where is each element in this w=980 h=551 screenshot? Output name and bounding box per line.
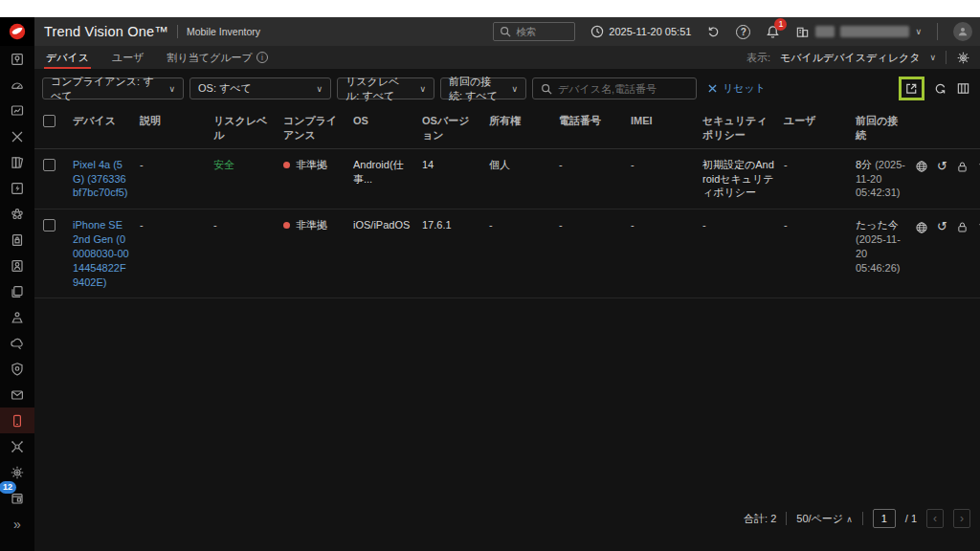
- column-header-os-version[interactable]: OSバージョン: [422, 114, 489, 143]
- column-header-os[interactable]: OS: [353, 114, 422, 128]
- sidebar-expand-button[interactable]: »: [0, 511, 34, 537]
- lock-device-button[interactable]: [956, 221, 969, 233]
- chevron-down-icon: ∨: [316, 84, 323, 94]
- column-header-user[interactable]: ユーザ: [784, 114, 856, 128]
- column-header-compliance[interactable]: コンプライアンス: [283, 114, 353, 143]
- gear-icon: [10, 465, 25, 480]
- sidebar-item-xdr[interactable]: [0, 123, 34, 149]
- notifications-button[interactable]: 1: [766, 25, 780, 39]
- tab-users[interactable]: ユーザ: [110, 46, 146, 69]
- column-header-ownership[interactable]: 所有権: [489, 114, 559, 128]
- search-icon: [500, 26, 511, 37]
- sidebar-item-workbench[interactable]: [0, 304, 34, 330]
- device-link[interactable]: Pixel 4a (5G) (376336bf7bc70cf5): [73, 159, 127, 199]
- clear-icon: [708, 84, 717, 93]
- map-pin-icon: [10, 52, 25, 67]
- risk-level-filter-label: リスクレベル: すべて: [345, 75, 412, 103]
- security-policy-cell: 初期設定のAndroidセキュリティポリシー: [702, 158, 784, 201]
- device-search[interactable]: [532, 77, 697, 99]
- compliance-filter-dropdown[interactable]: コンプライアンス: すべて∨: [42, 77, 184, 99]
- tab-assignment-groups[interactable]: 割り当てグループi: [166, 46, 270, 69]
- select-all-checkbox[interactable]: [43, 115, 56, 127]
- global-search[interactable]: [493, 22, 575, 41]
- globe-icon: [915, 221, 928, 234]
- next-page-button[interactable]: ›: [953, 509, 970, 528]
- sidebar-item-documents-stack[interactable]: [0, 278, 34, 304]
- column-header-last-connection[interactable]: 前回の接続: [856, 114, 915, 143]
- cloud-icon: [10, 336, 25, 351]
- help-button[interactable]: ?: [736, 25, 750, 39]
- last-connection-filter-label: 前回の接続: すべて: [449, 75, 503, 103]
- page-number-input[interactable]: [873, 509, 896, 528]
- last-connection-filter-dropdown[interactable]: 前回の接続: すべて∨: [440, 77, 526, 99]
- last-connection-cell: たった今: [856, 219, 899, 231]
- view-selector-value[interactable]: モバイルデバイスディレクタ: [780, 51, 920, 65]
- sidebar-item-email-security[interactable]: [0, 382, 34, 408]
- topbar-divider: [937, 23, 938, 40]
- top-bar: Trend Vision One™ Mobile Inventory 2025-…: [34, 17, 980, 46]
- sidebar-item-dashboard[interactable]: [0, 72, 34, 98]
- whats-new-button[interactable]: [706, 25, 721, 39]
- sidebar-item-network-drone[interactable]: [0, 433, 34, 459]
- chevron-down-icon: ∨: [915, 27, 922, 36]
- books-icon: [10, 155, 25, 170]
- remote-actions-button[interactable]: [915, 160, 928, 173]
- sidebar: 12 »: [0, 17, 34, 551]
- column-header-device[interactable]: デバイス: [73, 114, 140, 128]
- imei-cell: -: [631, 218, 702, 232]
- column-header-risk-level[interactable]: リスクレベル: [213, 114, 283, 143]
- sidebar-item-compliance-doc[interactable]: [0, 227, 34, 253]
- tab-devices[interactable]: デバイス: [44, 46, 91, 69]
- os-filter-dropdown[interactable]: OS: すべて∨: [189, 77, 331, 99]
- console-clock[interactable]: 2025-11-20 05:51: [590, 25, 691, 38]
- sidebar-item-console-apps[interactable]: 12: [0, 485, 34, 511]
- table-row[interactable]: Pixel 4a (5G) (376336bf7bc70cf5) - 安全 非準…: [34, 149, 980, 210]
- notification-badge: 1: [774, 18, 787, 31]
- lock-device-button[interactable]: [956, 161, 969, 173]
- previous-page-button[interactable]: ‹: [926, 509, 944, 528]
- undo-icon: ↺: [937, 159, 947, 173]
- pinwheel-icon: [10, 207, 25, 222]
- export-button[interactable]: [904, 81, 919, 96]
- sidebar-item-identity-shield[interactable]: [0, 253, 34, 278]
- column-header-description[interactable]: 説明: [140, 114, 213, 128]
- column-settings-button[interactable]: [956, 81, 970, 96]
- trend-micro-logo[interactable]: [0, 17, 34, 46]
- total-pages: / 1: [905, 513, 917, 524]
- sidebar-item-shield-gear[interactable]: [0, 356, 34, 382]
- account-menu[interactable]: ∨: [795, 25, 922, 39]
- refresh-button[interactable]: [933, 81, 947, 96]
- view-settings-button[interactable]: [956, 51, 970, 65]
- global-search-input[interactable]: [516, 26, 569, 37]
- os-filter-label: OS: すべて: [198, 81, 252, 96]
- table-row[interactable]: iPhone SE 2nd Gen (00008030-0014454822F9…: [34, 209, 980, 298]
- risk-level-badge: -: [213, 218, 283, 232]
- noncompliant-dot-icon: [283, 222, 290, 229]
- column-header-phone[interactable]: 電話番号: [559, 114, 631, 128]
- sidebar-item-reports-monitor[interactable]: [0, 98, 34, 123]
- action-highlight: [899, 77, 924, 100]
- device-link[interactable]: iPhone SE 2nd Gen (00008030-0014454822F9…: [73, 219, 129, 287]
- sidebar-item-asset-graph[interactable]: [0, 201, 34, 227]
- chevron-down-icon[interactable]: ∨: [929, 53, 936, 62]
- sidebar-item-cloud-search[interactable]: [0, 330, 34, 356]
- reset-filters-button[interactable]: リセット: [708, 81, 766, 96]
- user-avatar[interactable]: [953, 22, 972, 41]
- sidebar-item-platform-directory[interactable]: [0, 46, 34, 72]
- risk-level-filter-dropdown[interactable]: リスクレベル: すべて∨: [337, 77, 434, 99]
- page-size-selector[interactable]: 50/ページ ∧: [796, 512, 852, 526]
- device-search-input[interactable]: [558, 83, 682, 95]
- row-checkbox[interactable]: [43, 159, 56, 171]
- sidebar-item-automation[interactable]: [0, 175, 34, 201]
- console-timestamp: 2025-11-20 05:51: [609, 26, 691, 37]
- reset-device-button[interactable]: ↺: [937, 220, 947, 234]
- remote-actions-button[interactable]: [915, 221, 928, 234]
- column-header-imei[interactable]: IMEI: [631, 114, 702, 128]
- reset-device-button[interactable]: ↺: [937, 160, 947, 174]
- row-checkbox[interactable]: [43, 219, 56, 231]
- sidebar-item-mobile-security[interactable]: [0, 408, 34, 433]
- info-icon[interactable]: i: [256, 52, 268, 63]
- column-header-security-policy[interactable]: セキュリティポリシー: [702, 114, 784, 143]
- lock-icon: [956, 221, 969, 233]
- sidebar-item-knowledge-library[interactable]: [0, 149, 34, 175]
